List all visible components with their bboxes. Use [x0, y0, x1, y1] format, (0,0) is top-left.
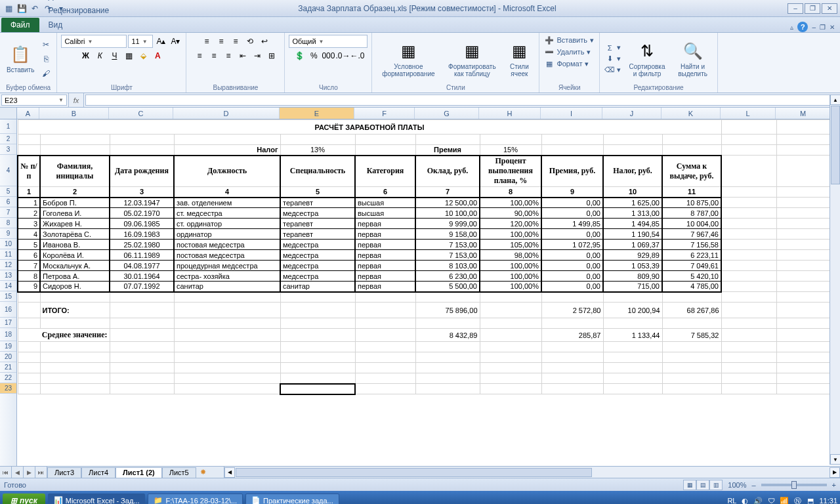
column-header[interactable]: A [17, 108, 39, 119]
column-header[interactable]: J [602, 108, 662, 119]
tray-icon[interactable]: ◐ [740, 496, 749, 504]
merge-icon[interactable]: ⊞ [265, 49, 278, 62]
row-header[interactable]: 12 [0, 260, 16, 270]
insert-cells-button[interactable]: ➕Вставить ▾ [543, 35, 595, 45]
column-header[interactable]: D [173, 108, 280, 119]
row-header[interactable]: 17 [0, 318, 16, 328]
formula-input[interactable] [85, 94, 839, 106]
copy-icon[interactable]: ⎘ [39, 52, 52, 66]
name-box[interactable]: E23▼ [1, 94, 67, 106]
file-tab[interactable]: Файл [1, 18, 39, 32]
row-header[interactable]: 22 [0, 373, 16, 383]
minimize-button[interactable]: – [788, 3, 803, 14]
delete-cells-button[interactable]: ➖Удалить ▾ [543, 47, 592, 57]
worksheet-grid[interactable]: ABCDEFGHIJKLM 12345678910111213141516171… [0, 108, 840, 466]
scroll-down-icon[interactable]: ▼ [830, 454, 840, 465]
conditional-formatting-button[interactable]: ▦Условное форматирование [376, 39, 440, 79]
sheet-tab[interactable]: Лист1 (2) [116, 467, 162, 478]
percent-icon[interactable]: % [307, 49, 320, 62]
tab-first-icon[interactable]: ⏮ [0, 467, 12, 478]
taskbar-item[interactable]: 📄Практические зада... [245, 494, 339, 504]
increase-decimal-icon[interactable]: .0→ [336, 49, 349, 62]
fx-button[interactable]: fx [68, 93, 84, 107]
tab-prev-icon[interactable]: ◀ [12, 467, 24, 478]
tray-icon[interactable]: 🛡 [766, 496, 776, 504]
border-icon[interactable]: ▦ [122, 49, 135, 62]
zoom-out-icon[interactable]: – [751, 481, 755, 489]
row-header[interactable]: 1 [0, 119, 16, 134]
zoom-in-icon[interactable]: + [832, 481, 836, 489]
row-header[interactable]: 14 [0, 281, 16, 291]
format-table-button[interactable]: ▦Форматировать как таблицу [443, 39, 501, 79]
row-header[interactable]: 3 [0, 144, 16, 155]
column-header[interactable]: I [541, 108, 602, 119]
align-bottom-icon[interactable]: ≡ [229, 35, 242, 48]
row-header[interactable]: 21 [0, 362, 16, 373]
fill-button[interactable]: ⬇▾ [604, 54, 622, 64]
doc-restore-icon[interactable]: ❐ [820, 24, 826, 31]
row-header[interactable]: 10 [0, 239, 16, 249]
doc-minimize-icon[interactable]: – [812, 24, 816, 31]
row-header[interactable]: 11 [0, 249, 16, 260]
increase-indent-icon[interactable]: ⇥ [251, 49, 264, 62]
format-painter-icon[interactable]: 🖌 [39, 67, 52, 80]
currency-icon[interactable]: 💲 [293, 49, 306, 62]
row-header[interactable]: 6 [0, 197, 16, 207]
page-layout-view-icon[interactable]: ▤ [696, 480, 709, 490]
scroll-left-icon[interactable]: ◀ [224, 467, 235, 478]
row-header[interactable]: 18 [0, 328, 16, 341]
row-header[interactable]: 20 [0, 352, 16, 362]
scroll-right-icon[interactable]: ▶ [830, 467, 840, 478]
save-icon[interactable]: 💾 [16, 3, 28, 14]
row-header[interactable]: 23 [0, 383, 16, 394]
paste-button[interactable]: 📋 Вставить [4, 43, 37, 75]
tray-icon[interactable]: ⬒ [806, 496, 815, 504]
doc-close-icon[interactable]: ✕ [830, 24, 835, 31]
row-header[interactable]: 7 [0, 207, 16, 218]
scroll-up-icon[interactable]: ▲ [830, 94, 840, 105]
tab-last-icon[interactable]: ⏭ [35, 467, 47, 478]
tab-next-icon[interactable]: ▶ [24, 467, 35, 478]
column-header[interactable]: K [662, 108, 721, 119]
autosum-button[interactable]: Σ▾ [604, 43, 622, 53]
column-header[interactable]: G [415, 108, 479, 119]
language-indicator[interactable]: RL [727, 497, 736, 504]
ribbon-minimize-icon[interactable]: ▵ [790, 24, 793, 31]
undo-icon[interactable]: ↶ [29, 3, 41, 14]
zoom-slider[interactable] [761, 484, 827, 486]
find-select-button[interactable]: 🔍Найти и выделить [672, 39, 713, 79]
sheet-tab[interactable]: Лист5 [162, 467, 196, 478]
clock[interactable]: 11:31 [819, 497, 837, 504]
sheet-tab[interactable]: Лист3 [47, 467, 81, 478]
italic-button[interactable]: К [93, 49, 106, 62]
row-header[interactable]: 4 [0, 155, 16, 186]
column-header[interactable]: B [39, 108, 109, 119]
column-header[interactable]: M [776, 108, 831, 119]
vertical-scrollbar[interactable]: ▲ ▼ [830, 94, 840, 465]
page-break-view-icon[interactable]: ▥ [709, 480, 723, 490]
ribbon-tab[interactable]: Вид [42, 18, 127, 32]
fill-color-icon[interactable]: ⬙ [136, 49, 150, 62]
cut-icon[interactable]: ✂ [39, 38, 52, 51]
align-left-icon[interactable]: ≡ [193, 49, 206, 62]
row-header[interactable]: 8 [0, 218, 16, 228]
row-header[interactable]: 9 [0, 228, 16, 239]
taskbar-item[interactable]: 📁F:\TAA-16 28-03-12\... [148, 494, 243, 504]
taskbar-item[interactable]: 📊Microsoft Excel - Зад... [48, 494, 146, 504]
zoom-level[interactable]: 100% [728, 481, 746, 489]
font-size-combo[interactable]: 11▼ [128, 35, 153, 48]
shrink-font-icon[interactable]: A▾ [169, 35, 182, 48]
horizontal-scrollbar[interactable]: ◀ ▶ [224, 467, 840, 478]
sort-filter-button[interactable]: ⇅Сортировка и фильтр [625, 39, 669, 79]
grow-font-icon[interactable]: A▴ [154, 35, 167, 48]
clear-button[interactable]: ⌫▾ [604, 65, 622, 75]
new-sheet-button[interactable]: ✸ [196, 467, 211, 478]
row-header[interactable]: 15 [0, 291, 16, 302]
comma-icon[interactable]: 000 [322, 49, 335, 62]
align-right-icon[interactable]: ≡ [222, 49, 235, 62]
column-header[interactable]: F [354, 108, 415, 119]
row-header[interactable]: 13 [0, 270, 16, 281]
cell-styles-button[interactable]: ▦Стили ячеек [503, 39, 535, 79]
cells[interactable]: РАСЧЁТ ЗАРАБОТНОЙ ПЛАТЫНалог13%Премия15%… [17, 119, 832, 394]
decrease-indent-icon[interactable]: ⇤ [236, 49, 249, 62]
